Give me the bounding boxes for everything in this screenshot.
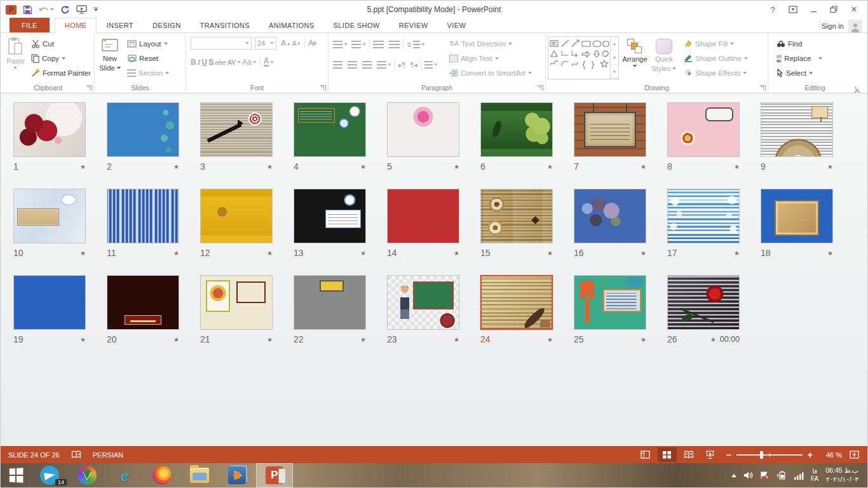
zoom-in-icon[interactable]: + <box>808 451 813 459</box>
change-case-icon[interactable]: Aa <box>242 58 252 67</box>
tab-slide-show[interactable]: SLIDE SHOW <box>324 18 390 32</box>
slide-thumbnail-24-parchment-quill[interactable] <box>480 275 553 330</box>
language-indicator[interactable]: PERSIAN <box>93 451 123 459</box>
clear-formatting-icon[interactable]: A <box>308 39 317 48</box>
line-spacing-icon[interactable]: ⇅ <box>407 41 412 48</box>
start-button[interactable] <box>1 463 31 487</box>
text-direction-button[interactable]: ⇅A Text Direction <box>447 36 534 51</box>
layout-button[interactable]: Layout <box>125 36 172 51</box>
taskbar-telegram[interactable]: 14 <box>31 463 68 487</box>
language-switcher[interactable]: فا FA <box>811 468 818 484</box>
slide-sorter-canvas[interactable]: 1 ★ 2 ★ 3 ★ 4 ★ <box>1 93 867 446</box>
font-name-combobox[interactable] <box>191 37 252 50</box>
font-dialog-launcher[interactable] <box>320 85 326 91</box>
grow-font-icon[interactable]: A▲ <box>281 39 291 48</box>
shapes-gallery[interactable]: ▲▼▼ <box>548 36 619 79</box>
increase-indent-icon[interactable] <box>389 41 400 48</box>
bullets-icon[interactable] <box>333 41 342 48</box>
tab-insert[interactable]: INSERT <box>97 18 143 32</box>
slide-thumbnail-5-creative-art-teal[interactable] <box>387 102 459 157</box>
tab-file[interactable]: FILE <box>10 18 50 32</box>
zoom-out-icon[interactable]: − <box>726 451 731 459</box>
strikethrough-icon[interactable]: abc <box>215 58 226 66</box>
battery-icon[interactable] <box>776 471 787 480</box>
convert-smartart-button[interactable]: Convert to SmartArt <box>447 65 534 80</box>
decrease-indent-icon[interactable] <box>373 41 384 48</box>
numbering-icon[interactable] <box>351 41 361 48</box>
clock[interactable]: ب.ظ 06:45 ۲۰۲۱/۱۰/۰۳ <box>825 466 861 484</box>
slide-thumbnail-25-orange-tree-figure[interactable] <box>574 275 646 330</box>
slide-thumbnail-9-peacock-fan[interactable] <box>761 102 833 157</box>
slide-thumbnail-12-yellow-poster-chair[interactable] <box>200 189 273 243</box>
slide-thumbnail-13-poster-note-star[interactable] <box>294 189 366 243</box>
section-button[interactable]: Section <box>125 65 172 80</box>
tab-animations[interactable]: ANIMATIONS <box>259 18 324 32</box>
cut-button[interactable]: Cut <box>29 36 93 51</box>
character-spacing-icon[interactable]: AV <box>227 59 236 66</box>
columns-icon[interactable] <box>424 61 433 69</box>
find-button[interactable]: Find <box>774 36 825 51</box>
bold-icon[interactable]: B <box>191 58 196 67</box>
zoom-slider-thumb[interactable] <box>760 451 763 459</box>
slide-thumbnail-3-arrow-to-target[interactable] <box>200 102 273 157</box>
justify-icon[interactable] <box>377 61 386 69</box>
repeat-icon[interactable] <box>60 5 70 15</box>
select-button[interactable]: Select <box>774 65 825 80</box>
new-slide-button[interactable]: New Slide <box>95 34 125 82</box>
right-to-left-icon[interactable]: ¶◂ <box>410 61 417 69</box>
reset-button[interactable]: Reset <box>125 51 172 65</box>
paste-button[interactable]: Paste <box>3 34 29 82</box>
arrange-button[interactable]: Arrange <box>620 34 649 82</box>
align-text-button[interactable]: Align Text <box>447 51 534 65</box>
slide-thumbnail-10-ice-scroll[interactable] <box>13 189 86 243</box>
slide-thumbnail-19-book-page-title[interactable] <box>13 275 86 330</box>
powerpoint-logo-icon[interactable]: P <box>6 5 17 15</box>
slide-thumbnail-14-blossom-green-text[interactable] <box>387 189 459 243</box>
tab-view[interactable]: VIEW <box>437 18 475 32</box>
format-painter-button[interactable]: Format Painter <box>29 65 93 80</box>
zoom-slider[interactable] <box>736 454 803 456</box>
slide-thumbnail-8-logo-design-samples[interactable] <box>667 102 740 157</box>
slide-thumbnail-26-dark-rose[interactable] <box>667 275 740 330</box>
replace-button[interactable]: abac Replace <box>774 51 825 65</box>
taskbar-firefox[interactable] <box>144 463 180 487</box>
quick-styles-button[interactable]: Quick Styles <box>649 34 679 82</box>
align-left-icon[interactable] <box>333 61 342 69</box>
font-size-combobox[interactable]: 24 <box>255 37 276 50</box>
shape-outline-button[interactable]: Shape Outline <box>681 51 750 65</box>
drawing-dialog-launcher[interactable] <box>760 85 766 91</box>
left-to-right-icon[interactable]: ▸¶ <box>398 61 405 69</box>
minimize-icon[interactable] <box>805 3 822 16</box>
sign-in[interactable]: Sign in <box>822 18 862 33</box>
slide-thumbnail-6-green-poster-cloud[interactable] <box>480 102 553 157</box>
normal-view-icon[interactable] <box>636 447 655 462</box>
taskbar-idm[interactable] <box>69 463 105 487</box>
shape-effects-button[interactable]: Shape Effects <box>681 65 750 80</box>
show-hidden-icons[interactable] <box>731 474 736 477</box>
align-center-icon[interactable] <box>348 61 357 69</box>
slide-thumbnail-15-illuminated-manuscripts[interactable] <box>480 189 553 243</box>
slide-thumbnail-21-tan-framed-notes[interactable] <box>200 275 273 330</box>
slide-thumbnail-23-teacher-chalkboard[interactable] <box>387 275 459 330</box>
slide-thumbnail-1-red-roses-photo[interactable] <box>13 102 86 157</box>
paragraph-dialog-launcher[interactable] <box>538 85 543 91</box>
avatar-icon[interactable] <box>848 20 862 32</box>
restore-icon[interactable] <box>825 3 842 16</box>
ribbon-display-options-icon[interactable] <box>785 3 801 16</box>
help-icon[interactable]: ? <box>764 3 781 16</box>
slide-thumbnail-11-two-posters-blue-black[interactable] <box>107 189 179 243</box>
slide-show-icon[interactable] <box>701 447 720 462</box>
reading-view-icon[interactable] <box>679 447 698 462</box>
network-signal-icon[interactable] <box>794 471 804 480</box>
slide-thumbnail-18-gold-manuscript-cover[interactable] <box>761 189 833 243</box>
volume-icon[interactable] <box>743 471 753 480</box>
tab-design[interactable]: DESIGN <box>143 18 191 32</box>
slide-thumbnail-7-brick-wall-sign[interactable] <box>574 102 646 157</box>
taskbar-powerpoint[interactable]: P <box>256 463 293 487</box>
slide-sorter-view-icon[interactable] <box>658 447 677 462</box>
shapes-gallery-scrollbar[interactable]: ▲▼▼ <box>610 37 618 79</box>
slide-thumbnail-20-red-ornate-cover[interactable] <box>107 275 179 330</box>
underline-icon[interactable]: U <box>201 58 207 67</box>
close-icon[interactable]: × <box>846 3 862 16</box>
shape-fill-button[interactable]: Shape Fill <box>681 36 750 51</box>
